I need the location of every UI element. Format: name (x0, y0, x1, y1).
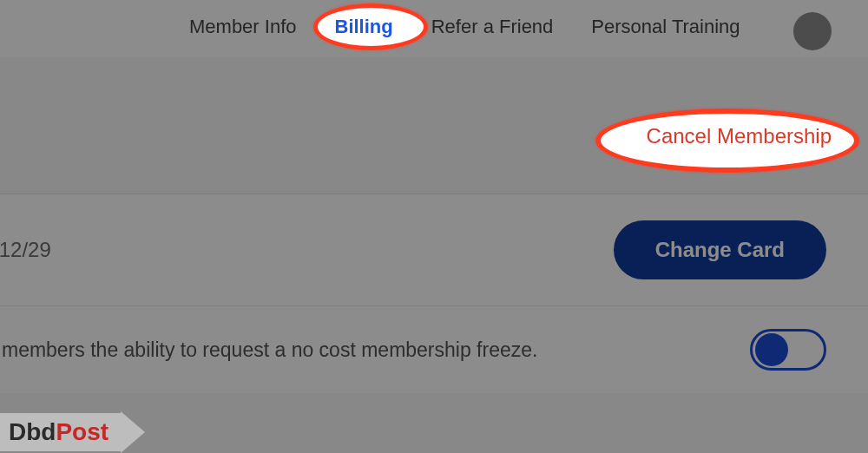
nav-member-info[interactable]: Member Info (189, 16, 297, 38)
card-expiry-text: ing 12/29 (0, 238, 51, 262)
avatar[interactable] (793, 12, 832, 50)
nav-refer-friend[interactable]: Refer a Friend (431, 16, 554, 38)
toggle-knob (755, 333, 788, 366)
top-nav: Member Info Billing Refer a Friend Perso… (0, 0, 868, 57)
watermark-prefix: Dbd (9, 418, 56, 446)
watermark: DbdPost (0, 411, 145, 453)
cancel-membership-link[interactable]: Cancel Membership (647, 124, 832, 148)
freeze-toggle[interactable] (750, 329, 826, 371)
nav-billing[interactable]: Billing (335, 16, 393, 38)
change-card-button[interactable]: Change Card (614, 220, 826, 279)
cancel-section: Cancel Membership (0, 96, 868, 176)
freeze-description: ng members the ability to request a no c… (0, 338, 537, 362)
watermark-tail-shape (121, 411, 145, 453)
nav-personal-training[interactable]: Personal Training (591, 16, 740, 38)
card-row: ing 12/29 Change Card (0, 194, 868, 306)
freeze-row: ng members the ability to request a no c… (0, 306, 868, 393)
watermark-suffix: Post (56, 418, 108, 446)
